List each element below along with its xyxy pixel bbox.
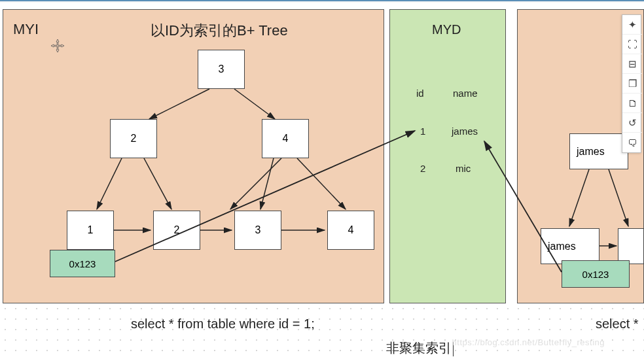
- panel-myd: [389, 9, 506, 303]
- tree-node-l2-right: 4: [262, 119, 309, 158]
- right-node-top: james: [569, 133, 628, 169]
- right-node-mid: james: [541, 228, 599, 264]
- myd-row1-name: james: [452, 126, 478, 137]
- tree-leaf-2: 2: [153, 211, 200, 250]
- index-type-text: 非聚集索引: [386, 341, 452, 355]
- myd-col-id: id: [416, 88, 424, 99]
- chat-icon[interactable]: 🗨: [622, 133, 642, 152]
- addr-node-left: 0x123: [50, 250, 115, 277]
- myi-title: 以ID为索引的B+ Tree: [151, 21, 288, 41]
- diagram-canvas: MYI 以ID为索引的B+ Tree 3 2 4 1 2 3 4 0x123 M…: [0, 3, 644, 359]
- right-node-partial: [618, 228, 644, 264]
- myd-row1-id: 1: [420, 126, 425, 137]
- ruler-icon[interactable]: ⊟: [622, 54, 642, 74]
- query-caption: select * from table where id = 1;: [131, 316, 315, 332]
- fullscreen-icon[interactable]: ⛶: [622, 35, 642, 54]
- myi-label: MYI: [13, 21, 39, 38]
- query-partial-caption: select *: [596, 316, 639, 332]
- move-cursor-icon: [50, 38, 65, 54]
- tree-node-l2-left: 2: [110, 119, 157, 158]
- newfile-icon[interactable]: 🗋: [622, 94, 642, 113]
- myd-row2-name: mic: [456, 163, 471, 174]
- tree-leaf-4: 4: [327, 211, 374, 250]
- index-type-caption: 非聚集索引: [386, 339, 454, 357]
- addr-node-right: 0x123: [562, 260, 630, 288]
- history-icon[interactable]: ↺: [622, 113, 642, 133]
- layers-icon[interactable]: ❐: [622, 74, 642, 94]
- watermark: https://blog.csdn.net/Butterfly_resting: [452, 337, 605, 347]
- compass-icon[interactable]: ✦: [622, 15, 642, 35]
- tree-leaf-1: 1: [67, 211, 114, 250]
- myd-label: MYD: [432, 22, 461, 37]
- tree-root-node: 3: [198, 50, 245, 89]
- myd-col-name: name: [453, 88, 478, 99]
- tree-leaf-3: 3: [234, 211, 281, 250]
- grid-background: [0, 303, 644, 359]
- floating-toolbar: ✦ ⛶ ⊟ ❐ 🗋 ↺ 🗨: [622, 14, 641, 153]
- myd-row2-id: 2: [420, 163, 425, 174]
